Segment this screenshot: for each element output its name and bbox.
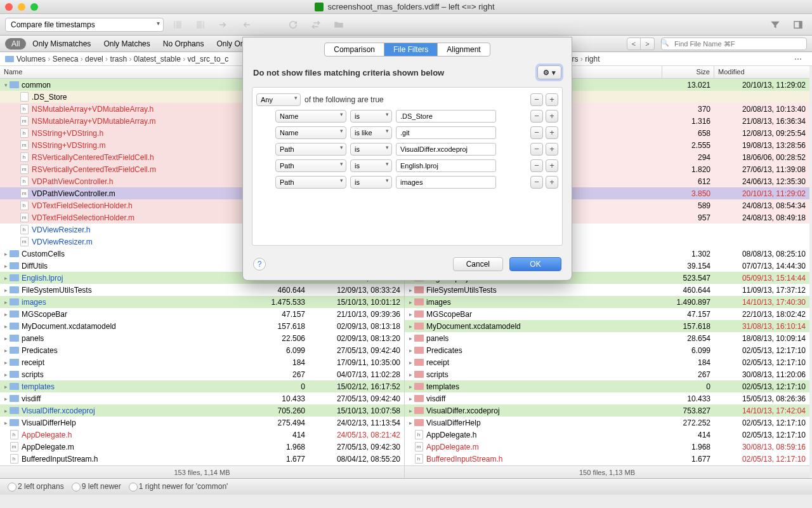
remove-rule-button[interactable]: − xyxy=(530,110,543,123)
cancel-button[interactable]: Cancel xyxy=(453,257,503,271)
add-rule-button[interactable]: + xyxy=(546,143,558,156)
table-row[interactable]: ▸templates015/02/12, 16:17:52 xyxy=(0,380,404,392)
table-row[interactable]: ▸MyDocument.xcdatamodeld157.61802/09/13,… xyxy=(0,320,404,332)
remove-rule-button[interactable]: − xyxy=(530,159,543,172)
rule-field-select[interactable]: Path xyxy=(275,176,346,189)
refresh-icon[interactable] xyxy=(284,17,302,32)
table-row[interactable]: ▸Predicates6.09927/05/13, 09:42:40 xyxy=(0,344,404,356)
table-row[interactable]: ▸receipt18417/09/11, 10:35:00 xyxy=(0,356,404,368)
col-modified-header[interactable]: Modified xyxy=(714,66,809,78)
table-row[interactable]: hBufferedInputStream.h1.67708/04/12, 08:… xyxy=(0,453,404,465)
sync-icon[interactable] xyxy=(307,17,325,32)
rule-value-input[interactable] xyxy=(396,159,496,172)
rule-value-input[interactable] xyxy=(396,143,496,156)
nav-next-button[interactable]: > xyxy=(641,37,655,50)
rule-field-select[interactable]: Path xyxy=(275,143,346,156)
tab-file-filters[interactable]: File Filters xyxy=(384,43,438,56)
col-size-header[interactable]: Size xyxy=(662,66,714,78)
table-row[interactable]: ▸scripts26730/08/13, 11:20:06 xyxy=(405,368,809,380)
filter-rule: Nameis like−+ xyxy=(256,124,558,141)
remove-rule-button[interactable]: − xyxy=(530,176,543,189)
add-rule-button[interactable]: + xyxy=(546,159,558,172)
table-row[interactable]: ▸MGScopeBar47.15721/10/13, 09:39:36 xyxy=(0,308,404,320)
table-row[interactable]: hAppDelegate.h41402/05/13, 12:17:10 xyxy=(405,429,809,441)
remove-rule-button[interactable]: − xyxy=(530,143,543,156)
table-row[interactable]: mAppDelegate.m1.96827/05/13, 09:42:30 xyxy=(0,441,404,453)
rule-field-select[interactable]: Name xyxy=(275,126,346,139)
rule-field-select[interactable]: Name xyxy=(275,110,346,123)
add-rule-button[interactable]: + xyxy=(546,126,558,139)
table-row[interactable]: ▸FileSystemUtilsTests460.64412/09/13, 08… xyxy=(0,284,404,296)
filter-chip[interactable]: No Orphans xyxy=(157,38,211,50)
rule-field-select[interactable]: Path xyxy=(275,159,346,172)
table-row[interactable]: ▸MyDocument.xcdatamodeld157.61831/08/13,… xyxy=(405,320,809,332)
match-any-select[interactable]: Any xyxy=(256,93,301,106)
rule-op-select[interactable]: is like xyxy=(350,126,392,139)
copy-right-icon[interactable] xyxy=(214,17,232,32)
table-row[interactable]: hBufferedInputStream.h1.67702/05/13, 12:… xyxy=(405,453,809,465)
close-button[interactable] xyxy=(5,3,13,11)
table-row[interactable]: ▸panels28.65418/08/13, 10:09:14 xyxy=(405,332,809,344)
table-row[interactable]: ▸VisualDiffer.xcodeproj753.82714/10/13, … xyxy=(405,404,809,417)
find-file-input[interactable] xyxy=(661,37,807,50)
table-row[interactable]: hAppDelegate.h41424/05/13, 08:21:42 xyxy=(0,429,404,441)
rule-op-select[interactable]: is xyxy=(350,176,392,189)
crumb-overflow-icon[interactable]: ⋯ xyxy=(794,55,807,64)
gear-menu-button[interactable]: ⚙︎ ▾ xyxy=(537,65,561,79)
table-row[interactable]: ▸visdiff10.43327/05/13, 09:42:40 xyxy=(0,392,404,404)
toolbar: Compare file timestamps xyxy=(0,14,812,36)
rule-op-select[interactable]: is xyxy=(350,110,392,123)
table-row[interactable]: mAppDelegate.m1.96830/08/13, 08:59:16 xyxy=(405,441,809,453)
col-name-header[interactable]: Name xyxy=(0,66,257,78)
minimize-button[interactable] xyxy=(18,3,25,11)
rule-op-select[interactable]: is xyxy=(350,143,392,156)
sidebar-icon[interactable] xyxy=(789,17,807,32)
radio-icon[interactable] xyxy=(72,483,81,491)
filter-chip[interactable]: Only Mismatches xyxy=(26,38,97,50)
nav-prev-button[interactable]: < xyxy=(627,37,641,50)
ok-button[interactable]: OK xyxy=(509,257,561,271)
remove-rule-button[interactable]: − xyxy=(530,126,543,139)
add-rule-button[interactable]: + xyxy=(546,93,558,106)
folder-icon[interactable] xyxy=(330,17,348,32)
add-rule-button[interactable]: + xyxy=(546,176,558,189)
filter-icon[interactable] xyxy=(766,17,784,32)
table-row[interactable]: ▸images1.490.89714/10/13, 17:40:30 xyxy=(405,296,809,308)
compare-mode-select[interactable]: Compare file timestamps xyxy=(5,18,164,32)
table-row[interactable]: ▸Predicates6.09902/05/13, 12:17:10 xyxy=(405,344,809,356)
collapse-right-icon[interactable] xyxy=(192,17,209,32)
table-row[interactable]: ▸VisualDiffer.xcodeproj705.26015/10/13, … xyxy=(0,404,404,417)
filter-rule: Pathis−+ xyxy=(256,157,558,174)
help-button[interactable]: ? xyxy=(253,258,266,271)
status-bar: 2 left orphans 9 left newer 1 right newe… xyxy=(0,478,812,495)
table-row[interactable]: ▸panels22.50602/09/13, 08:13:20 xyxy=(0,332,404,344)
remove-rule-button[interactable]: − xyxy=(530,93,543,106)
filter-chip[interactable]: Only Matches xyxy=(97,38,156,50)
radio-icon[interactable] xyxy=(129,483,138,491)
rules-container: Any of the following are true − + Nameis… xyxy=(252,87,563,246)
sheet-tabs: Comparison File Filters Alignment xyxy=(324,43,490,57)
radio-icon[interactable] xyxy=(8,483,16,491)
rule-value-input[interactable] xyxy=(396,126,496,139)
table-row[interactable]: ▸images1.475.53315/10/13, 10:01:12 xyxy=(0,296,404,308)
filter-chip[interactable]: All xyxy=(5,38,26,50)
filter-rule: Pathis−+ xyxy=(256,141,558,157)
collapse-left-icon[interactable] xyxy=(169,17,187,32)
table-row[interactable]: ▸VisualDifferHelp272.25202/05/13, 12:17:… xyxy=(405,417,809,429)
tab-comparison[interactable]: Comparison xyxy=(325,43,384,56)
table-row[interactable]: ▸FileSystemUtilsTests460.64411/09/13, 17… xyxy=(405,284,809,296)
copy-left-icon[interactable] xyxy=(237,17,255,32)
table-row[interactable]: ▸visdiff10.43315/05/13, 08:26:36 xyxy=(405,392,809,404)
rule-value-input[interactable] xyxy=(396,110,496,123)
add-rule-button[interactable]: + xyxy=(546,110,558,123)
window-title: screenshoot_mas_folders.vdiff – left <=>… xyxy=(327,2,494,11)
table-row[interactable]: ▸VisualDifferHelp275.49424/02/13, 11:13:… xyxy=(0,417,404,429)
tab-alignment[interactable]: Alignment xyxy=(438,43,489,56)
rule-op-select[interactable]: is xyxy=(350,159,392,172)
table-row[interactable]: ▸MGScopeBar47.15722/10/13, 18:02:42 xyxy=(405,308,809,320)
table-row[interactable]: ▸receipt18402/05/13, 12:17:10 xyxy=(405,356,809,368)
table-row[interactable]: ▸templates002/05/13, 12:17:10 xyxy=(405,380,809,392)
rule-value-input[interactable] xyxy=(396,176,496,189)
table-row[interactable]: ▸scripts26704/07/13, 11:02:28 xyxy=(0,368,404,380)
zoom-button[interactable] xyxy=(30,3,38,11)
